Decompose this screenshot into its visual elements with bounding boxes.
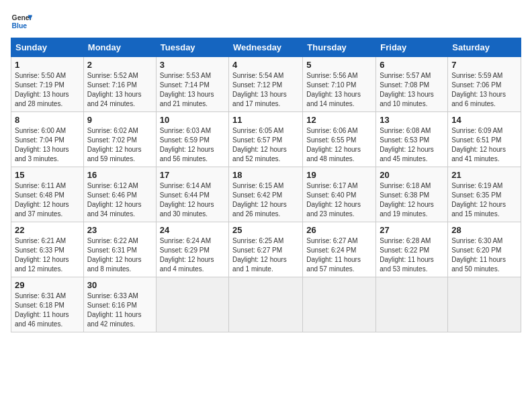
day-header-wednesday: Wednesday: [229, 38, 303, 57]
calendar-cell: 4Sunrise: 5:54 AMSunset: 7:12 PMDaylight…: [229, 57, 303, 112]
day-info: Sunrise: 6:00 AMSunset: 7:04 PMDaylight:…: [15, 126, 80, 164]
calendar-cell: 15Sunrise: 6:11 AMSunset: 6:48 PMDayligh…: [11, 167, 84, 222]
calendar-cell: [156, 277, 228, 332]
day-info: Sunrise: 5:53 AMSunset: 7:14 PMDaylight:…: [160, 71, 225, 109]
day-info: Sunrise: 6:11 AMSunset: 6:48 PMDaylight:…: [15, 181, 80, 219]
day-info: Sunrise: 6:03 AMSunset: 6:59 PMDaylight:…: [160, 126, 225, 164]
calendar-cell: 1Sunrise: 5:50 AMSunset: 7:19 PMDaylight…: [11, 57, 84, 112]
calendar-week-2: 8Sunrise: 6:00 AMSunset: 7:04 PMDaylight…: [11, 112, 521, 167]
day-number: 10: [160, 115, 225, 125]
logo-icon: General Blue: [11, 11, 32, 32]
day-number: 26: [306, 225, 372, 235]
day-info: Sunrise: 6:27 AMSunset: 6:24 PMDaylight:…: [306, 236, 372, 274]
day-info: Sunrise: 6:05 AMSunset: 6:57 PMDaylight:…: [232, 126, 299, 164]
calendar-cell: 25Sunrise: 6:25 AMSunset: 6:27 PMDayligh…: [229, 222, 303, 277]
calendar-cell: 23Sunrise: 6:22 AMSunset: 6:31 PMDayligh…: [83, 222, 156, 277]
calendar-cell: 19Sunrise: 6:17 AMSunset: 6:40 PMDayligh…: [303, 167, 376, 222]
day-info: Sunrise: 6:19 AMSunset: 6:35 PMDaylight:…: [451, 181, 517, 219]
days-header-row: SundayMondayTuesdayWednesdayThursdayFrid…: [11, 38, 521, 57]
day-info: Sunrise: 6:14 AMSunset: 6:44 PMDaylight:…: [160, 181, 225, 219]
day-number: 16: [87, 170, 152, 180]
calendar-cell: 28Sunrise: 6:30 AMSunset: 6:20 PMDayligh…: [448, 222, 521, 277]
day-info: Sunrise: 6:30 AMSunset: 6:20 PMDaylight:…: [451, 236, 517, 274]
day-info: Sunrise: 6:08 AMSunset: 6:53 PMDaylight:…: [380, 126, 444, 164]
calendar-cell: 18Sunrise: 6:15 AMSunset: 6:42 PMDayligh…: [229, 167, 303, 222]
day-number: 17: [160, 170, 225, 180]
logo: General Blue: [11, 11, 32, 32]
calendar-cell: 17Sunrise: 6:14 AMSunset: 6:44 PMDayligh…: [156, 167, 228, 222]
calendar-cell: 12Sunrise: 6:06 AMSunset: 6:55 PMDayligh…: [303, 112, 376, 167]
day-info: Sunrise: 6:17 AMSunset: 6:40 PMDaylight:…: [306, 181, 372, 219]
day-number: 1: [15, 60, 80, 70]
day-info: Sunrise: 6:33 AMSunset: 6:16 PMDaylight:…: [87, 291, 152, 329]
day-number: 2: [87, 60, 152, 70]
day-number: 25: [232, 225, 299, 235]
calendar-week-1: 1Sunrise: 5:50 AMSunset: 7:19 PMDaylight…: [11, 57, 521, 112]
day-number: 3: [160, 60, 225, 70]
calendar-cell: 16Sunrise: 6:12 AMSunset: 6:46 PMDayligh…: [83, 167, 156, 222]
calendar-cell: 7Sunrise: 5:59 AMSunset: 7:06 PMDaylight…: [448, 57, 521, 112]
calendar-cell: 14Sunrise: 6:09 AMSunset: 6:51 PMDayligh…: [448, 112, 521, 167]
day-number: 28: [451, 225, 517, 235]
day-number: 30: [87, 280, 152, 290]
calendar-cell: 13Sunrise: 6:08 AMSunset: 6:53 PMDayligh…: [376, 112, 448, 167]
day-info: Sunrise: 6:06 AMSunset: 6:55 PMDaylight:…: [306, 126, 372, 164]
calendar-cell: 9Sunrise: 6:02 AMSunset: 7:02 PMDaylight…: [83, 112, 156, 167]
day-info: Sunrise: 6:21 AMSunset: 6:33 PMDaylight:…: [15, 236, 80, 274]
day-info: Sunrise: 6:31 AMSunset: 6:18 PMDaylight:…: [15, 291, 80, 329]
day-number: 4: [232, 60, 299, 70]
calendar-cell: [303, 277, 376, 332]
calendar-cell: 26Sunrise: 6:27 AMSunset: 6:24 PMDayligh…: [303, 222, 376, 277]
day-info: Sunrise: 6:22 AMSunset: 6:31 PMDaylight:…: [87, 236, 152, 274]
calendar-cell: [376, 277, 448, 332]
day-number: 12: [306, 115, 372, 125]
calendar-cell: 21Sunrise: 6:19 AMSunset: 6:35 PMDayligh…: [448, 167, 521, 222]
day-header-monday: Monday: [83, 38, 156, 57]
calendar-cell: 2Sunrise: 5:52 AMSunset: 7:16 PMDaylight…: [83, 57, 156, 112]
day-info: Sunrise: 6:15 AMSunset: 6:42 PMDaylight:…: [232, 181, 299, 219]
day-info: Sunrise: 6:25 AMSunset: 6:27 PMDaylight:…: [232, 236, 299, 274]
day-info: Sunrise: 6:09 AMSunset: 6:51 PMDaylight:…: [451, 126, 517, 164]
day-number: 13: [380, 115, 444, 125]
calendar-cell: [448, 277, 521, 332]
day-info: Sunrise: 5:56 AMSunset: 7:10 PMDaylight:…: [306, 71, 372, 109]
day-info: Sunrise: 6:24 AMSunset: 6:29 PMDaylight:…: [160, 236, 225, 274]
day-number: 11: [232, 115, 299, 125]
day-info: Sunrise: 5:54 AMSunset: 7:12 PMDaylight:…: [232, 71, 299, 109]
day-info: Sunrise: 6:28 AMSunset: 6:22 PMDaylight:…: [380, 236, 444, 274]
day-number: 14: [451, 115, 517, 125]
day-info: Sunrise: 5:57 AMSunset: 7:08 PMDaylight:…: [380, 71, 444, 109]
calendar-cell: 8Sunrise: 6:00 AMSunset: 7:04 PMDaylight…: [11, 112, 84, 167]
day-number: 23: [87, 225, 152, 235]
day-info: Sunrise: 6:02 AMSunset: 7:02 PMDaylight:…: [87, 126, 152, 164]
day-header-tuesday: Tuesday: [156, 38, 228, 57]
day-number: 22: [15, 225, 80, 235]
page-header: General Blue: [11, 11, 521, 32]
calendar-cell: 24Sunrise: 6:24 AMSunset: 6:29 PMDayligh…: [156, 222, 228, 277]
calendar-week-3: 15Sunrise: 6:11 AMSunset: 6:48 PMDayligh…: [11, 167, 521, 222]
day-info: Sunrise: 6:18 AMSunset: 6:38 PMDaylight:…: [380, 181, 444, 219]
day-header-thursday: Thursday: [303, 38, 376, 57]
day-number: 18: [232, 170, 299, 180]
day-info: Sunrise: 6:12 AMSunset: 6:46 PMDaylight:…: [87, 181, 152, 219]
calendar-cell: [229, 277, 303, 332]
day-number: 29: [15, 280, 80, 290]
day-info: Sunrise: 5:52 AMSunset: 7:16 PMDaylight:…: [87, 71, 152, 109]
day-number: 9: [87, 115, 152, 125]
day-info: Sunrise: 5:59 AMSunset: 7:06 PMDaylight:…: [451, 71, 517, 109]
day-number: 20: [380, 170, 444, 180]
calendar-cell: 27Sunrise: 6:28 AMSunset: 6:22 PMDayligh…: [376, 222, 448, 277]
day-header-saturday: Saturday: [448, 38, 521, 57]
day-number: 5: [306, 60, 372, 70]
day-header-friday: Friday: [376, 38, 448, 57]
day-number: 8: [15, 115, 80, 125]
calendar-cell: 30Sunrise: 6:33 AMSunset: 6:16 PMDayligh…: [83, 277, 156, 332]
calendar-cell: 11Sunrise: 6:05 AMSunset: 6:57 PMDayligh…: [229, 112, 303, 167]
calendar-cell: 3Sunrise: 5:53 AMSunset: 7:14 PMDaylight…: [156, 57, 228, 112]
calendar-cell: 5Sunrise: 5:56 AMSunset: 7:10 PMDaylight…: [303, 57, 376, 112]
svg-text:Blue: Blue: [12, 22, 28, 30]
day-number: 19: [306, 170, 372, 180]
calendar-cell: 6Sunrise: 5:57 AMSunset: 7:08 PMDaylight…: [376, 57, 448, 112]
calendar-week-4: 22Sunrise: 6:21 AMSunset: 6:33 PMDayligh…: [11, 222, 521, 277]
calendar-week-5: 29Sunrise: 6:31 AMSunset: 6:18 PMDayligh…: [11, 277, 521, 332]
